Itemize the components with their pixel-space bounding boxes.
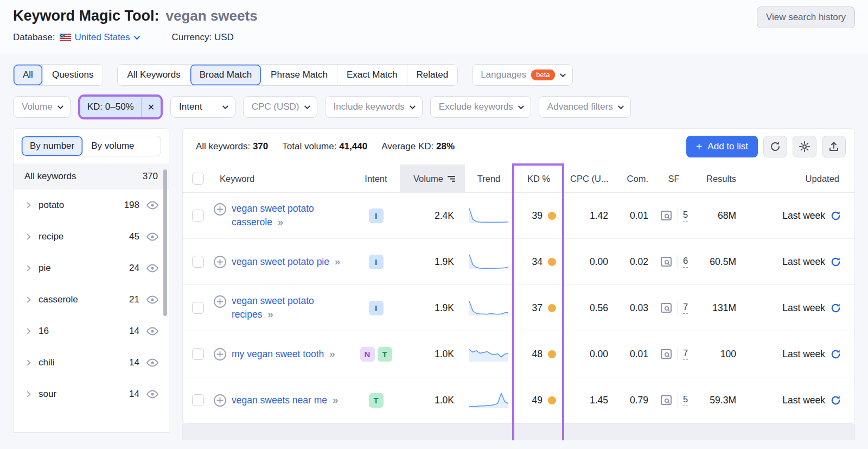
row-checkbox[interactable] [192,210,204,222]
sort-descending-icon [448,175,456,182]
serp-features-icon[interactable] [660,394,673,406]
cpc-value: 1.45 [565,395,617,406]
row-checkbox[interactable] [192,256,204,268]
view-search-history-button[interactable]: View search history [757,7,855,28]
group-label: 16 [39,326,49,337]
serp-features-count[interactable]: 6 [683,256,688,268]
sidebar-group-recipe[interactable]: recipe45 [14,221,169,252]
sidebar-scrollbar[interactable] [163,169,167,316]
advanced-filters-dropdown[interactable]: Advanced filters [539,96,631,118]
keyword-link[interactable]: my vegan sweet tooth [232,349,327,359]
tab-questions[interactable]: Questions [42,65,103,85]
tab-by-number[interactable]: By number [22,136,82,156]
keyword-link[interactable]: vegan sweet potato pie [232,256,332,267]
sidebar-item-all-keywords[interactable]: All keywords 370 [14,163,169,189]
eye-icon[interactable] [146,358,159,367]
row-refresh-icon[interactable] [830,210,841,222]
row-checkbox[interactable] [192,302,204,314]
eye-icon[interactable] [146,390,159,399]
refresh-button[interactable] [763,136,787,157]
add-keyword-icon[interactable] [213,295,227,308]
group-count: 198 [124,200,139,211]
sidebar-group-casserole[interactable]: casserole21 [14,284,169,315]
serp-features-icon[interactable] [660,348,673,360]
group-count: 21 [129,294,139,305]
serp-features-count[interactable]: 7 [683,348,688,360]
table-row: vegan sweets near me » T 1.0K 49 1.45 0.… [183,377,854,423]
include-keywords-dropdown[interactable]: Include keywords [325,96,423,118]
sidebar-group-chili[interactable]: chili14 [14,347,169,378]
row-refresh-icon[interactable] [830,349,841,360]
tab-exact-match[interactable]: Exact Match [337,65,407,85]
database-selector[interactable]: United States [75,32,138,43]
kd-filter-clear-button[interactable]: ✕ [141,98,161,117]
expand-keyword-icon[interactable]: » [329,348,335,359]
add-keyword-icon[interactable] [213,347,227,361]
trend-sparkline [468,345,510,363]
export-button[interactable] [822,136,846,157]
sidebar-group-potato[interactable]: potato198 [14,189,169,221]
tab-related[interactable]: Related [407,65,458,85]
select-all-checkbox[interactable] [192,173,204,185]
eye-icon[interactable] [146,264,159,273]
column-header-volume[interactable]: Volume [400,165,465,193]
add-keyword-icon[interactable] [213,255,227,269]
eye-icon[interactable] [146,327,159,336]
cpc-filter-dropdown[interactable]: CPC (USD) [243,96,317,118]
tab-all[interactable]: All [14,65,42,85]
serp-features-icon[interactable] [660,302,673,314]
column-header-trend[interactable]: Trend [465,165,513,193]
column-header-intent[interactable]: Intent [352,165,400,193]
chevron-right-icon [24,233,30,239]
expand-keyword-icon[interactable]: » [267,308,273,320]
tab-broad-match[interactable]: Broad Match [190,65,261,85]
tab-by-volume[interactable]: By volume [82,136,142,156]
intent-badges: T [352,393,400,408]
row-refresh-icon[interactable] [830,256,841,268]
serp-features-count[interactable]: 5 [683,394,688,406]
add-to-list-button[interactable]: + Add to list [686,136,758,157]
row-refresh-icon[interactable] [830,395,841,406]
row-refresh-icon[interactable] [830,302,841,314]
languages-dropdown[interactable]: Languages beta [472,64,572,86]
settings-button[interactable] [793,136,816,157]
add-keyword-icon[interactable] [213,394,227,407]
expand-keyword-icon[interactable]: » [335,256,341,267]
expand-keyword-icon[interactable]: » [333,394,339,406]
eye-icon[interactable] [146,232,159,241]
column-header-updated[interactable]: Updated [742,165,854,193]
serp-features-icon[interactable] [660,210,673,222]
column-header-results[interactable]: Results [693,165,742,193]
serp-features-count[interactable]: 7 [683,302,688,314]
keyword-link[interactable]: vegan sweets near me [232,395,330,406]
intent-filter-dropdown[interactable]: Intent [170,96,235,118]
sidebar-group-pie[interactable]: pie24 [14,252,169,284]
sidebar-group-16[interactable]: 1614 [14,315,169,347]
add-keyword-icon[interactable] [213,203,227,216]
competition-value: 0.01 [617,210,655,222]
eye-icon[interactable] [146,201,159,210]
kd-difficulty-dot [548,258,556,266]
expand-keyword-icon[interactable]: » [278,216,284,227]
exclude-keywords-dropdown[interactable]: Exclude keywords [430,96,531,118]
column-header-competition[interactable]: Com. [617,165,655,193]
volume-filter-dropdown[interactable]: Volume [13,96,71,118]
tab-all-keywords[interactable]: All Keywords [118,65,189,85]
sidebar-group-sour[interactable]: sour14 [14,378,169,410]
divider [678,301,678,315]
group-label: chili [39,357,54,368]
kd-filter-chip[interactable]: KD: 0–50% ✕ [80,97,161,117]
chevron-down-icon [304,103,310,109]
column-header-cpc[interactable]: CPC (U... [565,165,617,193]
serp-features-count[interactable]: 5 [683,210,688,222]
keyword-link[interactable]: vegan sweet potato casserole [232,203,314,227]
column-header-kd[interactable]: KD % [513,165,565,193]
eye-icon[interactable] [146,295,159,304]
row-checkbox[interactable] [192,394,204,406]
serp-features-icon[interactable] [660,256,673,268]
tab-phrase-match[interactable]: Phrase Match [261,65,337,85]
chevron-down-icon [133,34,139,40]
column-header-keyword[interactable]: Keyword [213,165,352,193]
row-checkbox[interactable] [192,348,204,360]
column-header-serp-features[interactable]: SF [655,165,693,193]
